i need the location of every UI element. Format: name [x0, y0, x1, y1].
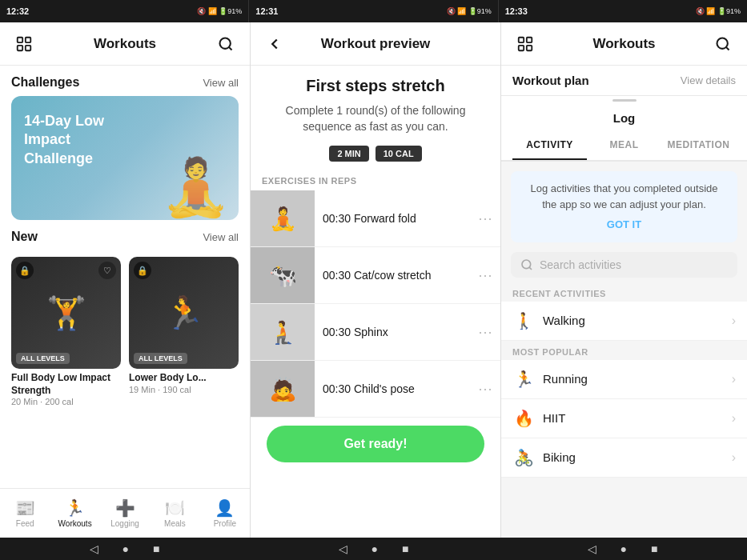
nav-meals[interactable]: 🍽️ Meals	[150, 489, 199, 538]
screen2-header: Workout preview	[251, 22, 500, 66]
workout-plan-bar: Workout plan View details	[501, 66, 747, 96]
exercise-3: 🧎 00:30 Sphinx ⋯	[251, 304, 500, 361]
hiit-label: HIIT	[543, 411, 724, 425]
badge-min: 2 MIN	[329, 146, 368, 162]
activity-walking[interactable]: 🚶 Walking ›	[501, 302, 747, 341]
search-button-1[interactable]	[213, 31, 239, 57]
workouts-icon-3[interactable]	[512, 31, 538, 57]
screen3-scroll: Log activities that you completed outsid…	[501, 162, 747, 538]
walking-chevron: ›	[732, 314, 736, 328]
workout-meta-2: 19 Min · 190 cal	[129, 385, 239, 394]
sys-nav-3: ◁ ● ■	[498, 538, 747, 560]
activity-hiit[interactable]: 🔥 HIIT ›	[501, 399, 747, 438]
got-it-button[interactable]: GOT IT	[522, 217, 726, 233]
badge-2: ALL LEVELS	[134, 353, 187, 364]
nav-workouts[interactable]: 🏃 Workouts	[50, 489, 99, 538]
screen2-header-title: Workout preview	[321, 36, 431, 52]
back-sys-btn-3[interactable]: ◁	[588, 542, 596, 555]
recents-sys-btn-3[interactable]: ■	[651, 542, 657, 555]
challenges-label: Challenges	[11, 75, 79, 90]
workout-info-2: Lower Body Lo... 19 Min · 190 cal	[129, 369, 239, 394]
nav-feed[interactable]: 📰 Feed	[0, 489, 50, 538]
tab-meal[interactable]: MEAL	[587, 131, 661, 160]
logging-icon: ➕	[115, 498, 135, 518]
activity-running[interactable]: 🏃 Running ›	[501, 360, 747, 399]
exercise-name-2: 00:30 Cat/cow stretch	[323, 269, 462, 282]
workout-name-2: Lower Body Lo...	[129, 372, 239, 385]
workout-card-1-thumb[interactable]: 🏋️ 🔒 ♡ ALL LEVELS	[11, 257, 121, 369]
svg-point-4	[219, 38, 230, 48]
exercise-thumb-3: 🧎	[251, 304, 315, 360]
bottom-nav-1: 📰 Feed 🏃 Workouts ➕ Logging 🍽️ Meals 👤 P…	[0, 488, 250, 538]
lock-icon-1: 🔒	[16, 262, 34, 279]
running-icon: 🏃	[512, 370, 535, 389]
svg-rect-0	[18, 37, 22, 42]
activity-biking[interactable]: 🚴 Biking ›	[501, 438, 747, 478]
new-view-all[interactable]: View all	[203, 231, 239, 243]
back-sys-btn-2[interactable]: ◁	[339, 542, 347, 555]
profile-icon: 👤	[215, 498, 235, 518]
recents-sys-btn-1[interactable]: ■	[153, 542, 159, 555]
most-popular-label: MOST POPULAR	[501, 341, 747, 360]
home-sys-btn-3[interactable]: ●	[620, 542, 627, 555]
get-ready-button[interactable]: Get ready!	[267, 426, 484, 462]
recents-sys-btn-2[interactable]: ■	[402, 542, 408, 555]
tab-meditation[interactable]: MEDITATION	[661, 131, 736, 160]
info-banner: Log activities that you completed outsid…	[511, 171, 737, 242]
svg-rect-9	[527, 45, 532, 50]
nav-profile[interactable]: 👤 Profile	[200, 489, 250, 538]
exercise-thumb-1: 🧘	[251, 190, 315, 246]
challenges-section-header: Challenges View all	[0, 66, 250, 96]
workout-card-2-thumb[interactable]: 🏃 🔒 ALL LEVELS	[129, 257, 239, 369]
tab-activity[interactable]: ACTIVITY	[512, 131, 587, 160]
exercise-name-3: 00:30 Sphinx	[323, 326, 462, 338]
tabs-row: ACTIVITY MEAL MEDITATION	[512, 131, 736, 160]
workout-plan-label: Workout plan	[512, 74, 589, 87]
sys-nav-1: ◁ ● ■	[0, 538, 249, 560]
screen-workouts: Workouts Challenges View all 14-Day LowI…	[0, 22, 251, 538]
heart-icon-1[interactable]: ♡	[98, 262, 116, 279]
system-nav-bar: ◁ ● ■ ◁ ● ■ ◁ ● ■	[0, 538, 747, 560]
back-sys-btn-1[interactable]: ◁	[90, 542, 98, 555]
svg-point-12	[522, 260, 531, 269]
exercise-more-2[interactable]: ⋯	[470, 266, 500, 284]
recent-activities-label: RECENT ACTIVITIES	[501, 282, 747, 302]
workout-name-1: Full Body Low Impact Strength	[11, 372, 121, 397]
log-label: Log	[501, 105, 747, 131]
screen2-scroll: First steps stretch Complete 1 round(s) …	[251, 66, 500, 538]
screen1-header: Workouts	[0, 22, 250, 66]
nav-meals-label: Meals	[164, 519, 186, 528]
home-sys-btn-1[interactable]: ●	[122, 542, 129, 555]
workouts-icon[interactable]	[11, 31, 37, 57]
biking-label: Biking	[543, 450, 724, 464]
workouts-nav-icon: 🏃	[65, 498, 85, 518]
workout-card-2: 🏃 🔒 ALL LEVELS Lower Body Lo... 19 Min ·…	[129, 257, 239, 406]
svg-rect-1	[26, 37, 30, 42]
sys-nav-2: ◁ ● ■	[249, 538, 498, 560]
exercise-1: 🧘 00:30 Forward fold ⋯	[251, 190, 500, 247]
exercise-thumb-2: 🐄	[251, 247, 315, 303]
challenge-card[interactable]: 14-Day LowImpactChallenge 🧘	[11, 96, 239, 220]
workout-subtitle: Complete 1 round(s) of the following seq…	[251, 100, 500, 142]
new-section-header: New View all	[0, 220, 250, 250]
log-tabs-bar: ACTIVITY MEAL MEDITATION	[501, 131, 747, 162]
search-placeholder: Search activities	[540, 258, 728, 271]
exercise-more-4[interactable]: ⋯	[470, 380, 500, 398]
challenges-view-all[interactable]: View all	[203, 77, 239, 89]
nav-logging-label: Logging	[110, 519, 139, 528]
lock-icon-2: 🔒	[134, 262, 151, 279]
nav-logging[interactable]: ➕ Logging	[100, 489, 150, 538]
search-button-3[interactable]	[710, 31, 736, 57]
svg-rect-8	[519, 45, 524, 50]
status-icons-1: 🔇 📶 🔋91%	[197, 7, 242, 15]
preview-badges: 2 MIN 10 CAL	[251, 142, 500, 171]
scroll-dot	[612, 99, 637, 102]
home-sys-btn-2[interactable]: ●	[371, 542, 378, 555]
screen3-title: Workouts	[592, 36, 655, 52]
exercise-more-3[interactable]: ⋯	[470, 323, 500, 341]
svg-rect-3	[26, 45, 30, 50]
back-button[interactable]	[262, 31, 287, 57]
view-details-link[interactable]: View details	[681, 74, 736, 86]
search-bar[interactable]: Search activities	[511, 252, 737, 278]
exercise-more-1[interactable]: ⋯	[470, 210, 500, 227]
